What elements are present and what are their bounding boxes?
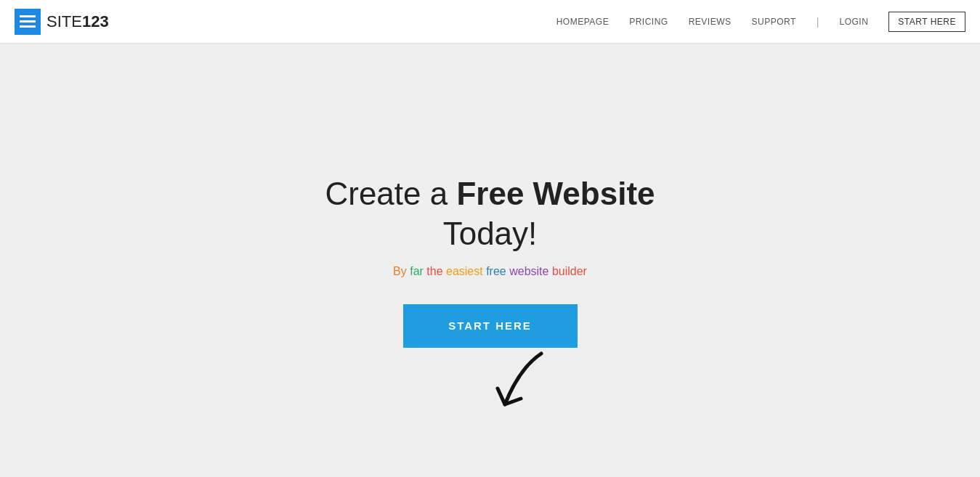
logo-text: SITE123 [46,12,109,31]
nav-reviews[interactable]: REVIEWS [689,17,732,27]
sub-website: website [509,265,552,277]
start-here-button[interactable]: START HERE [403,304,578,348]
navbar: SITE123 HOMEPAGE PRICING REVIEWS SUPPORT… [0,0,980,44]
sub-by: By [393,265,410,277]
main-content: Create a Free Website Today! By far the … [0,44,980,477]
nav-start-here-button[interactable]: START HERE [888,12,965,32]
nav-pricing[interactable]: PRICING [629,17,668,27]
sub-builder: builder [552,265,587,277]
sub-free: free [486,265,509,277]
nav-support[interactable]: SUPPORT [752,17,796,27]
nav-login[interactable]: LOGIN [839,17,868,27]
sub-easiest: easiest [446,265,486,277]
logo-icon [15,9,41,35]
headline-part2: Today! [443,216,538,251]
subheadline: By far the easiest free website builder [393,265,587,278]
sub-the: the [426,265,446,277]
arrow-icon [483,346,570,419]
headline-bold: Free Website [456,176,655,211]
logo-num-text: 123 [82,12,109,30]
logo-site-text: SITE [46,12,82,30]
sub-far: far [410,265,426,277]
nav-separator: | [817,16,819,28]
logo[interactable]: SITE123 [15,9,109,35]
nav-links: HOMEPAGE PRICING REVIEWS SUPPORT | LOGIN… [556,12,965,32]
arrow-annotation [483,346,570,419]
headline: Create a Free Website Today! [325,174,655,253]
nav-homepage[interactable]: HOMEPAGE [556,17,609,27]
headline-part1: Create a [325,176,456,211]
